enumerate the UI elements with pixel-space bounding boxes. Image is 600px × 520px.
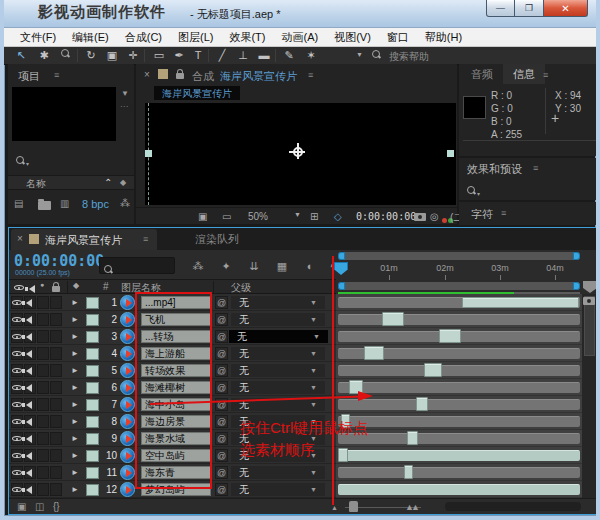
- new-folder-icon[interactable]: [38, 201, 51, 210]
- selection-tool-icon[interactable]: ↖: [12, 48, 30, 63]
- layer-name[interactable]: 海滩椰树: [141, 381, 211, 394]
- minimize-button[interactable]: —: [486, 0, 515, 17]
- label-column-icon[interactable]: ◆: [73, 281, 79, 290]
- layer-solo-toggle[interactable]: [37, 415, 49, 428]
- hand-tool-icon[interactable]: ✱: [35, 48, 53, 63]
- menu-item[interactable]: 文件(F): [12, 28, 64, 47]
- parent-dropdown[interactable]: 无 ▼: [231, 466, 325, 479]
- new-composition-icon[interactable]: ▥: [60, 198, 69, 209]
- layer-duration-bar[interactable]: [338, 484, 580, 495]
- time-navigator-bar[interactable]: [338, 252, 580, 260]
- clone-stamp-tool-icon[interactable]: ⊥: [234, 48, 252, 63]
- parent-dropdown[interactable]: 无 ▼: [231, 296, 325, 309]
- layer-expand-arrow[interactable]: ►: [71, 298, 79, 307]
- layer-lock-toggle[interactable]: [50, 449, 62, 462]
- sort-arrow-icon[interactable]: ⌃: [104, 177, 112, 188]
- layer-expand-arrow[interactable]: ►: [71, 383, 79, 392]
- layer-audio-toggle[interactable]: [24, 432, 36, 445]
- layer-clip-segment[interactable]: [439, 329, 461, 343]
- parent-dropdown[interactable]: 无 ▼: [231, 313, 325, 326]
- transparency-grid-icon[interactable]: ◇: [334, 211, 342, 222]
- audio-column-icon[interactable]: [29, 285, 35, 293]
- comp-color-swatch[interactable]: [158, 69, 168, 79]
- title-bar[interactable]: 影视动画制作软件 - 无标题项目.aep * — ❐ ✕: [4, 0, 596, 28]
- menu-item[interactable]: 视图(V): [326, 28, 379, 47]
- menu-item[interactable]: 效果(T): [221, 28, 273, 47]
- name-column-header[interactable]: 名称: [26, 177, 46, 191]
- layer-audio-toggle[interactable]: [24, 415, 36, 428]
- layer-name[interactable]: 飞机: [141, 313, 211, 326]
- tab-render-queue[interactable]: 渲染队列: [169, 229, 265, 250]
- layer-solo-toggle[interactable]: [37, 432, 49, 445]
- zoom-tool-icon[interactable]: [57, 48, 75, 63]
- layer-lock-toggle[interactable]: [50, 330, 62, 343]
- region-of-interest-icon[interactable]: ⊞: [310, 211, 318, 222]
- parent-dropdown[interactable]: 无 ▼: [231, 415, 325, 428]
- comp-tab-name[interactable]: 海岸风景宣传片: [220, 69, 297, 84]
- effects-search-input[interactable]: ▾: [467, 182, 480, 200]
- layer-lock-toggle[interactable]: [50, 398, 62, 411]
- parent-dropdown[interactable]: 无 ▼: [231, 432, 325, 445]
- comp-mini-flowchart-icon[interactable]: ⁂: [187, 258, 209, 274]
- lock-column-icon[interactable]: [52, 286, 60, 292]
- layer-solo-toggle[interactable]: [37, 483, 49, 496]
- layer-expand-arrow[interactable]: ►: [71, 366, 79, 375]
- close-button[interactable]: ✕: [543, 0, 588, 17]
- eraser-tool-icon[interactable]: ▬: [255, 48, 273, 63]
- work-area-end-handle[interactable]: [573, 282, 580, 290]
- layer-clip-segment[interactable]: [404, 465, 413, 479]
- parent-pickwhip-icon[interactable]: @: [215, 483, 228, 496]
- layer-label-swatch[interactable]: [86, 433, 99, 445]
- composition-canvas[interactable]: [145, 103, 456, 205]
- snapshot-camera-icon[interactable]: [414, 213, 426, 221]
- layer-name[interactable]: 海东青: [141, 466, 211, 479]
- layer-lock-toggle[interactable]: [50, 364, 62, 377]
- layer-name[interactable]: 海中小岛: [141, 398, 211, 411]
- project-panel-menu-icon[interactable]: ≡: [54, 70, 59, 80]
- layer-name[interactable]: 空中岛屿: [141, 449, 211, 462]
- type-tool-icon[interactable]: T: [189, 48, 207, 63]
- pan-behind-tool-icon[interactable]: ✛: [124, 48, 142, 63]
- layer-audio-toggle[interactable]: [24, 449, 36, 462]
- layer-clip-segment[interactable]: [349, 380, 363, 394]
- parent-pickwhip-icon[interactable]: @: [215, 381, 228, 394]
- tab-project[interactable]: 项目: [18, 69, 40, 84]
- transfer-controls-icon[interactable]: ◫: [35, 501, 44, 512]
- effects-panel-menu-icon[interactable]: ≡: [533, 163, 538, 173]
- always-preview-icon[interactable]: ▣: [198, 211, 207, 222]
- project-flowchart-icon[interactable]: ⁂: [120, 198, 130, 209]
- timeline-panel-menu-icon[interactable]: ≡: [143, 234, 148, 244]
- menu-item[interactable]: 帮助(H): [417, 28, 470, 47]
- comp-breadcrumb[interactable]: 海岸风景宣传片: [154, 86, 240, 100]
- timeline-zoom-handle[interactable]: [349, 501, 358, 512]
- layer-clip-segment[interactable]: [338, 448, 348, 462]
- layer-duration-bar[interactable]: [338, 467, 580, 478]
- layer-solo-toggle[interactable]: [37, 330, 49, 343]
- layer-name[interactable]: 海景水域: [141, 432, 211, 445]
- layer-expand-arrow[interactable]: ►: [71, 434, 79, 443]
- project-search-input[interactable]: ▾: [16, 152, 29, 170]
- layer-expand-arrow[interactable]: ►: [71, 332, 79, 341]
- zoom-level-select[interactable]: 50%: [248, 211, 268, 222]
- timeline-vertical-scrollbar[interactable]: [582, 294, 598, 498]
- layer-solo-toggle[interactable]: [37, 296, 49, 309]
- parent-pickwhip-icon[interactable]: @: [215, 296, 228, 309]
- layer-lock-toggle[interactable]: [50, 432, 62, 445]
- layer-lock-toggle[interactable]: [50, 296, 62, 309]
- parent-dropdown[interactable]: 无 ▼: [231, 449, 325, 462]
- camera-tool-icon[interactable]: ▣: [103, 48, 121, 63]
- layer-name[interactable]: 海边房景: [141, 415, 211, 428]
- layer-expand-arrow[interactable]: ►: [71, 468, 79, 477]
- layer-lock-toggle[interactable]: [50, 415, 62, 428]
- layer-expand-arrow[interactable]: ►: [71, 315, 79, 324]
- roto-brush-tool-icon[interactable]: ✎: [280, 48, 298, 63]
- menu-item[interactable]: 图层(L): [170, 28, 221, 47]
- layer-clip-segment[interactable]: [416, 397, 428, 411]
- layer-label-swatch[interactable]: [86, 467, 99, 479]
- layer-lock-toggle[interactable]: [50, 347, 62, 360]
- project-preview-options[interactable]: ⋯: [120, 102, 128, 111]
- project-bit-depth[interactable]: 8 bpc: [82, 198, 109, 210]
- layer-duration-bar[interactable]: [338, 314, 580, 325]
- effects-presets-title[interactable]: 效果和预设: [467, 162, 522, 177]
- layer-audio-toggle[interactable]: [24, 313, 36, 326]
